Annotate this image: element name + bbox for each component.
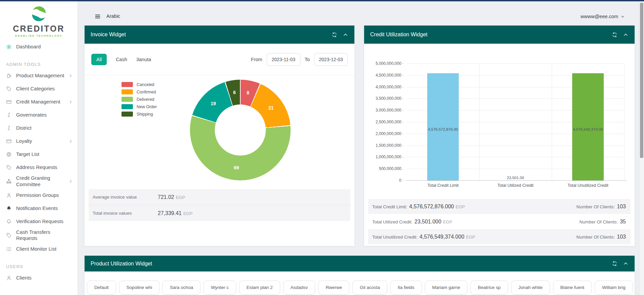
to-label: To <box>305 57 310 62</box>
sidebar: CREDITOR ENABLING TECHNOLOGY Dashboard A… <box>0 1 78 295</box>
to-date-input[interactable] <box>314 53 348 66</box>
product-tab-default[interactable]: Default <box>87 281 116 295</box>
invoice-widget-title: Invoice Widget <box>91 32 326 38</box>
sidebar-item-label: Verification Requests <box>16 217 73 226</box>
vertical-scrollbar[interactable] <box>639 1 644 295</box>
chevron-right-icon <box>68 139 73 143</box>
sidebar-item-client-categories[interactable]: Client Categories <box>0 82 78 95</box>
invoice-summary-row-average-invoice-value: Average invoice value721.02EGP <box>89 189 350 205</box>
y-axis-tick: 3,500,000,000 <box>376 96 404 101</box>
sidebar-item-notification-events[interactable]: Notification Events <box>0 202 78 215</box>
sidebar-item-verification-requests[interactable]: Verification Requests <box>0 215 78 228</box>
sidebar-item-label: Governorates <box>16 111 73 119</box>
sidebar-item-label: Dashboard <box>16 43 73 51</box>
product-tab-beatrice-sp[interactable]: Beatrice sp <box>470 281 508 295</box>
product-tab-sara-ochoa[interactable]: Sara ochoa <box>162 281 200 295</box>
sidebar-item-label: Product Management <box>16 72 68 80</box>
donut-slice-label-canceled: 8 <box>247 90 249 95</box>
clients-value: 103 <box>617 204 626 210</box>
clients-label: Number Of Clients: <box>577 235 615 240</box>
y-axis-tick: 1,000,000,000 <box>376 155 404 159</box>
sidebar-section-title: USERS <box>6 264 78 269</box>
currency-label: EGP <box>466 235 475 240</box>
refresh-icon[interactable] <box>612 261 617 266</box>
bar-chart-plot: 4,576,572,876.0023,501.004,576,549,374.0… <box>407 64 625 180</box>
product-tab-ila-fields[interactable]: Ila fields <box>390 281 422 295</box>
sidebar-item-loyalty[interactable]: Loyalty <box>0 135 78 148</box>
invoice-tab-3anuta[interactable]: 3anuta <box>136 57 151 62</box>
product-tab-william-brig[interactable]: William brig <box>595 281 633 295</box>
credit-row-clients: Number Of Clients:35 <box>579 219 626 225</box>
scrollbar-thumb[interactable] <box>640 3 643 158</box>
invoice-tab-cash[interactable]: Cash <box>116 57 127 62</box>
chevron-right-icon <box>68 100 73 104</box>
legend-swatch <box>121 104 133 109</box>
sidebar-item-dashboard[interactable]: Dashboard <box>0 40 78 53</box>
product-tab-jonah-white[interactable]: Jonah white <box>511 281 550 295</box>
invoice-widget: Invoice Widget AllCash3anuta From To Can… <box>85 26 354 246</box>
product-tab-gil-acosta[interactable]: Gil acosta <box>352 281 387 295</box>
sidebar-item-permission-groups[interactable]: Permission Groups <box>0 189 78 202</box>
sidebar-item-cash-transfers-requests[interactable]: Cash Transfers Requests <box>0 228 78 243</box>
product-tab-mariam-garne[interactable]: Mariam garne <box>425 281 467 295</box>
invoice-widget-header: Invoice Widget <box>85 26 354 44</box>
credit-summary-rows: Total Credit Limit:4,576,572,876.000EGPN… <box>368 199 631 244</box>
sidebar-item-credit-management[interactable]: Credit Management <box>0 95 78 109</box>
from-date-input[interactable] <box>267 53 300 66</box>
y-axis-tick: 500,000,000 <box>379 166 404 171</box>
summary-label: Average invoice value <box>93 195 158 200</box>
currency-label: EGP <box>176 195 185 200</box>
hamburger-menu-icon[interactable] <box>95 13 101 19</box>
sidebar-item-label: Permission Groups <box>16 191 73 200</box>
legend-swatch <box>121 82 133 87</box>
legend-item-confirmed: Confirmed <box>121 89 157 94</box>
sidebar-item-product-management[interactable]: Product Management <box>0 69 78 82</box>
bar-total-credit-limit <box>427 73 459 180</box>
refresh-icon[interactable] <box>612 32 617 38</box>
column-separator <box>479 64 480 180</box>
donut-slice-label-shipping: 6 <box>233 90 236 95</box>
y-axis-tick: 2,500,000,000 <box>376 120 404 124</box>
collapse-chevron-up-icon[interactable] <box>343 32 348 38</box>
credit-row-label: Total Credit Limit: <box>372 204 407 209</box>
product-tab-asdadsv[interactable]: Asdadsv <box>283 281 315 295</box>
sidebar-item-label: Client Monitor List <box>16 245 73 253</box>
credit-utilization-widget: Credit Utilization Widget 5,000,000,0004… <box>364 26 635 246</box>
sidebar-item-clients[interactable]: Clients <box>0 271 78 285</box>
sidebar-item-target-list[interactable]: Target List <box>0 148 78 161</box>
date-filter: From To <box>251 53 348 66</box>
credit-row-total-credit-limit: Total Credit Limit:4,576,572,876.000EGPN… <box>368 199 631 214</box>
collapse-chevron-up-icon[interactable] <box>623 261 629 266</box>
brand-tagline: ENABLING TECHNOLOGY <box>0 34 78 37</box>
credit-card-icon <box>6 99 12 105</box>
product-tab-blaine-fuent[interactable]: Blaine fuent <box>553 281 592 295</box>
sidebar-item-credit-granting-committee[interactable]: Credit Granting Committee <box>0 174 78 189</box>
credit-row-value: 4,576,572,876.000 <box>409 204 454 210</box>
user-menu[interactable]: wwww@eee.com <box>581 14 625 19</box>
product-tab-wynter-c[interactable]: Wynter c <box>203 281 236 295</box>
product-tab-rwerwe[interactable]: Rwerwe <box>318 281 349 295</box>
tag-icon <box>6 233 12 238</box>
bar-chart-baseline <box>406 180 627 181</box>
clients-value: 103 <box>617 234 626 240</box>
y-axis-tick: 2,000,000,000 <box>376 131 404 136</box>
donut-slice-label-new-order: 19 <box>211 101 216 106</box>
product-tab-eslam-plan-2[interactable]: Eslam plan 2 <box>239 281 280 295</box>
user-icon <box>6 193 12 198</box>
product-tab-sopoline-whi[interactable]: Sopoline whi <box>119 281 160 295</box>
sidebar-item-address-requests[interactable]: Address Requests <box>0 161 78 174</box>
invoice-summary-row-total-invoice-values: Total invoice values27,339.41EGP <box>89 205 350 221</box>
sidebar-item-label: Address Requests <box>16 163 73 172</box>
sidebar-section-title: ADMIN TOOLS <box>6 62 78 67</box>
top-accent-strip <box>0 0 644 1</box>
language-label[interactable]: Arabic <box>106 13 120 19</box>
sidebar-item-client-monitor-list[interactable]: Client Monitor List <box>0 243 78 256</box>
refresh-icon[interactable] <box>332 32 337 38</box>
invoice-tab-all[interactable]: All <box>91 54 107 65</box>
sidebar-item-governorates[interactable]: Governorates <box>0 109 78 122</box>
legend-label: Confirmed <box>137 90 156 94</box>
product-widget-header: Product Utilization Widget <box>85 256 635 271</box>
legend-item-delivered: Delivered <box>121 97 157 102</box>
collapse-chevron-up-icon[interactable] <box>623 32 629 38</box>
sidebar-item-district[interactable]: District <box>0 122 78 135</box>
